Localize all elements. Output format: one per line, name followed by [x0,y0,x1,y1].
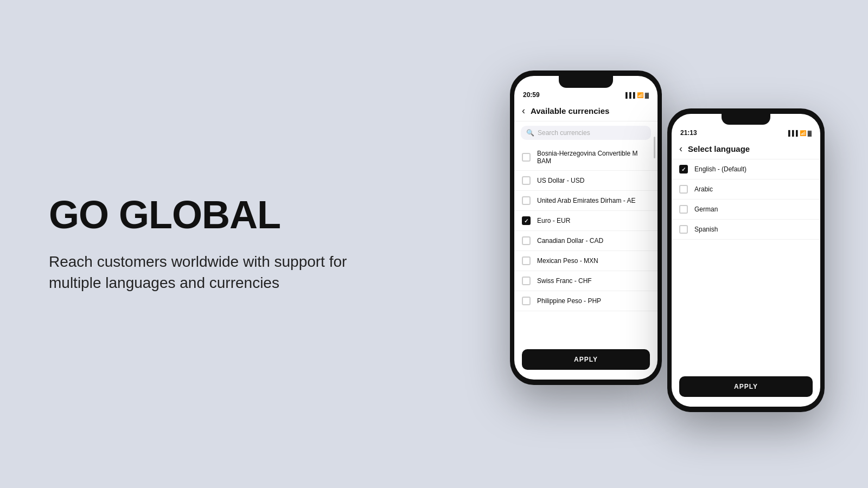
currency-label: Canadian Dollar - CAD [537,237,603,245]
language-label: Spanish [694,226,718,233]
currency-label: Mexican Peso - MXN [537,257,598,265]
left-content: GO GLOBAL Reach customers worldwide with… [49,195,385,293]
language-title: Select language [688,144,750,153]
currency-list-item[interactable]: United Arab Emirates Dirham - AE [514,191,658,211]
currency-list-item[interactable]: Euro - EUR [514,211,658,231]
apply-button-currencies[interactable]: APPLY [522,349,650,370]
language-list-item[interactable]: German [672,200,820,220]
currency-checkbox[interactable] [522,256,531,265]
status-time-front: 21:13 [680,129,697,137]
currency-label: Euro - EUR [537,217,570,224]
currency-checkbox[interactable] [522,236,531,245]
language-list-item[interactable]: English - (Default) [672,159,820,179]
currency-list-item[interactable]: Canadian Dollar - CAD [514,231,658,251]
language-list-item[interactable]: Arabic [672,179,820,200]
phone-currencies: 20:59 ▐▐▐ 📶 ▓ ‹ Available currencies 🔍 S… [510,70,662,385]
battery-icon: ▓ [645,92,649,98]
currency-checkbox[interactable] [522,153,531,162]
status-icons-front: ▐▐▐ 📶 ▓ [786,130,812,136]
wifi-icon-front: 📶 [800,130,806,136]
currency-checkbox[interactable] [522,216,531,225]
back-arrow-currencies[interactable]: ‹ [522,105,525,117]
notch-back [559,76,613,88]
language-label: German [694,206,718,213]
notch-front [722,114,770,125]
phone-language: 21:13 ▐▐▐ 📶 ▓ ‹ Select language English … [667,108,825,412]
language-checkbox[interactable] [679,185,688,194]
currency-checkbox[interactable] [522,277,531,285]
phones-container: 20:59 ▐▐▐ 📶 ▓ ‹ Available currencies 🔍 S… [510,54,825,434]
currency-list: Bosnia-Herzegovina Convertible M BAMUS D… [514,144,658,311]
currency-checkbox[interactable] [522,176,531,185]
language-checkbox[interactable] [679,165,688,174]
currencies-header: ‹ Available currencies [514,102,658,121]
currency-label: Swiss Franc - CHF [537,277,592,285]
headline: GO GLOBAL [49,195,385,236]
language-label: Arabic [694,185,713,193]
language-list-item[interactable]: Spanish [672,220,820,240]
currency-checkbox[interactable] [522,297,531,305]
search-bar-currencies[interactable]: 🔍 Search currencies [521,126,651,140]
status-icons-back: ▐▐▐ 📶 ▓ [623,92,649,98]
phone-language-screen: 21:13 ▐▐▐ 📶 ▓ ‹ Select language English … [672,114,820,407]
language-header: ‹ Select language [672,140,820,159]
currency-label: US Dollar - USD [537,177,584,184]
currency-checkbox[interactable] [522,196,531,205]
search-placeholder-currencies: Search currencies [538,129,590,137]
apply-button-language[interactable]: APPLY [679,376,813,397]
language-checkbox[interactable] [679,225,688,234]
language-list: English - (Default)ArabicGermanSpanish [672,159,820,240]
subtext: Reach customers worldwide with support f… [49,251,385,293]
currency-label: Bosnia-Herzegovina Convertible M BAM [537,150,650,165]
back-arrow-language[interactable]: ‹ [679,143,682,155]
phone-currencies-screen: 20:59 ▐▐▐ 📶 ▓ ‹ Available currencies 🔍 S… [514,76,658,380]
currencies-title: Available currencies [531,106,609,115]
currency-list-item[interactable]: Philippine Peso - PHP [514,291,658,311]
scrollbar-hint [654,137,655,158]
currency-list-item[interactable]: Swiss Franc - CHF [514,271,658,291]
currency-list-item[interactable]: Bosnia-Herzegovina Convertible M BAM [514,144,658,171]
currency-label: Philippine Peso - PHP [537,297,601,305]
language-checkbox[interactable] [679,205,688,214]
wifi-icon: 📶 [637,92,643,98]
search-icon-currencies: 🔍 [526,129,534,137]
signal-icon: ▐▐▐ [623,92,635,98]
battery-icon-front: ▓ [808,130,812,136]
currency-list-item[interactable]: Mexican Peso - MXN [514,251,658,271]
currency-list-item[interactable]: US Dollar - USD [514,171,658,191]
currency-label: United Arab Emirates Dirham - AE [537,197,635,204]
status-time-back: 20:59 [523,91,540,99]
language-label: English - (Default) [694,165,746,173]
signal-icon-front: ▐▐▐ [786,130,797,136]
